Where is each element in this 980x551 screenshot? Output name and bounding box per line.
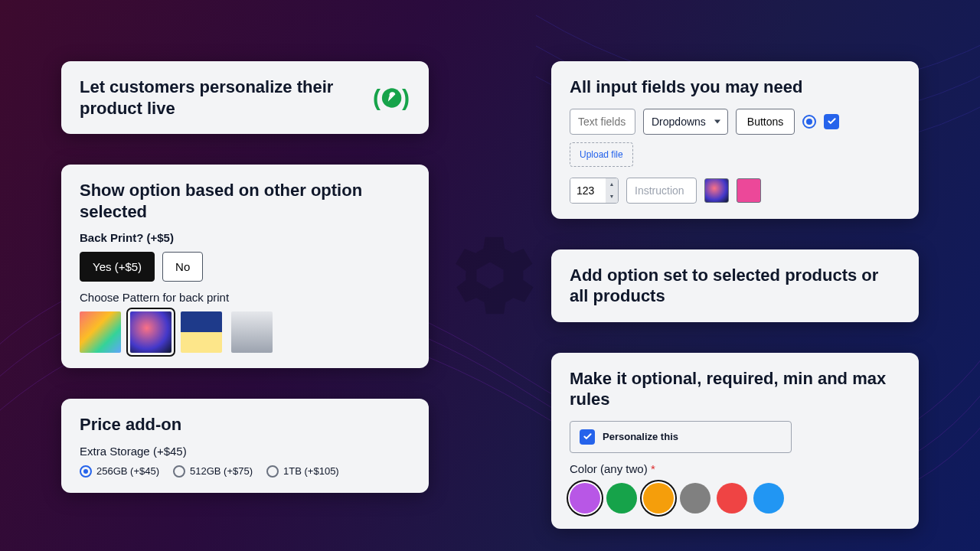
pattern-swatch-3[interactable] <box>181 311 222 353</box>
card-rules: Make it optional, required, min and max … <box>551 353 919 529</box>
color-option-blue[interactable] <box>753 483 784 514</box>
svg-text:): ) <box>402 84 410 109</box>
storage-option-512[interactable]: 512GB (+$75) <box>173 465 253 478</box>
pattern-swatch-2[interactable] <box>130 311 172 353</box>
pattern-label: Choose Pattern for back print <box>80 291 410 304</box>
check-icon <box>580 429 595 445</box>
spin-up-icon[interactable]: ▲ <box>606 178 618 191</box>
price-title: Price add-on <box>80 414 410 435</box>
color-option-orange[interactable] <box>643 483 674 514</box>
personalize-checkbox[interactable]: Personalize this <box>570 421 792 453</box>
color-swatch-demo[interactable] <box>737 178 761 203</box>
color-option-gray[interactable] <box>680 483 710 514</box>
color-option-purple[interactable] <box>570 483 600 514</box>
back-print-yes-button[interactable]: Yes (+$5) <box>80 252 155 282</box>
color-option-red[interactable] <box>717 483 747 514</box>
hero-title: Let customers personalize their product … <box>80 77 361 119</box>
inputs-title: All input fields you may need <box>570 77 900 98</box>
upload-file-button[interactable]: Upload file <box>570 142 633 167</box>
assign-title: Add option set to selected products or a… <box>570 265 900 307</box>
card-conditional-option: Show option based on other option select… <box>61 165 429 368</box>
back-print-label: Back Print? (+$5) <box>80 231 410 244</box>
color-option-green[interactable] <box>606 483 637 514</box>
wrench-badge-icon: ( ) <box>373 81 410 115</box>
storage-label: Extra Storage (+$45) <box>80 445 410 458</box>
instruction-demo: Instruction <box>626 178 697 204</box>
back-print-no-button[interactable]: No <box>162 252 203 282</box>
dropdown-demo[interactable]: Dropdowns <box>643 109 728 135</box>
checkbox-demo[interactable] <box>824 114 839 129</box>
gear-icon <box>436 222 544 329</box>
number-input-demo[interactable]: ▲▼ <box>570 178 619 204</box>
image-swatch-demo[interactable] <box>704 178 729 203</box>
radio-demo[interactable] <box>802 115 816 129</box>
button-demo[interactable]: Buttons <box>736 109 795 135</box>
svg-text:(: ( <box>373 84 381 109</box>
text-field-demo[interactable] <box>570 109 635 135</box>
card-assign-products: Add option set to selected products or a… <box>551 249 919 322</box>
storage-option-1tb[interactable]: 1TB (+$105) <box>266 465 339 478</box>
card-price-addon: Price add-on Extra Storage (+$45) 256GB … <box>61 399 429 493</box>
pattern-swatch-1[interactable] <box>80 311 121 353</box>
storage-option-256[interactable]: 256GB (+$45) <box>80 465 159 478</box>
card-input-fields: All input fields you may need Dropdowns … <box>551 61 919 219</box>
color-label: Color (any two) * <box>570 462 900 475</box>
pattern-swatch-4[interactable] <box>231 311 273 353</box>
spin-down-icon[interactable]: ▼ <box>606 191 618 203</box>
conditional-title: Show option based on other option select… <box>80 180 410 222</box>
rules-title: Make it optional, required, min and max … <box>570 368 900 410</box>
card-personalize-hero: Let customers personalize their product … <box>61 61 429 134</box>
